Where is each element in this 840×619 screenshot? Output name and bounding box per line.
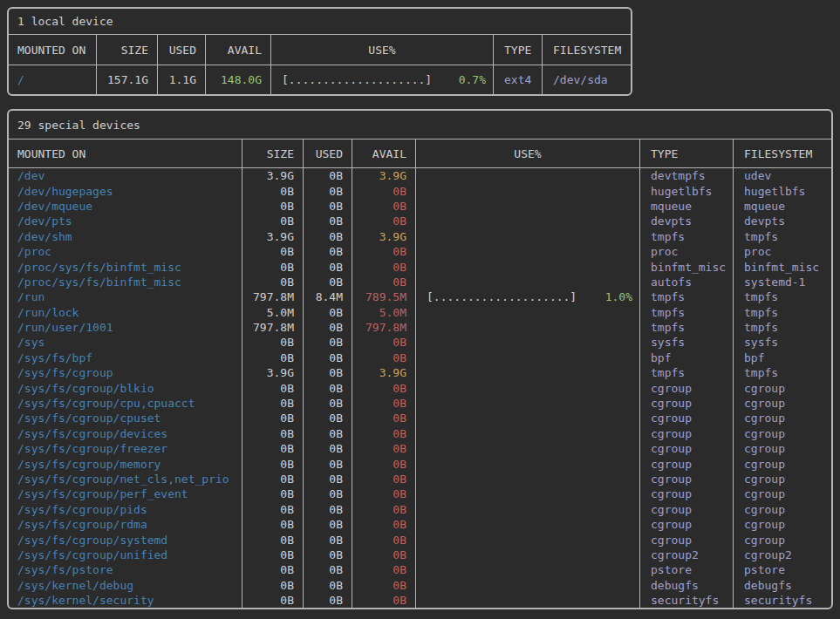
size-value: 0B (242, 396, 304, 411)
table-title-band: 1 local device (9, 9, 631, 35)
filesystem: binfmt_misc (734, 259, 831, 274)
used-value: 0B (304, 335, 352, 350)
filesystem: systemd-1 (734, 275, 831, 289)
used-value: 0B (304, 593, 352, 608)
column-header-fs: FILESYSTEM (543, 35, 631, 65)
mount-point: /sys/kernel/security (9, 593, 242, 608)
table-row: /run/user/1001797.8M0B797.8Mtmpfstmpfs (9, 320, 831, 335)
size-value: 0B (242, 411, 304, 425)
table-row: /sys/fs/cgroup/systemd0B0B0Bcgroupcgroup (9, 532, 831, 547)
size-value: 797.8M (242, 289, 304, 304)
size-value: 0B (242, 578, 304, 593)
used-value: 0B (304, 548, 352, 562)
used-value: 0B (304, 562, 352, 577)
mount-point: /sys/fs/pstore (9, 562, 242, 577)
column-header-used: USED (158, 35, 206, 65)
avail-value: 3.9G (352, 365, 416, 380)
avail-value: 0B (352, 578, 416, 593)
column-header-type: TYPE (640, 139, 734, 167)
usage-cell (416, 335, 640, 350)
usage-cell (416, 244, 640, 259)
usage-cell (416, 350, 640, 365)
filesystem: securityfs (734, 593, 831, 608)
usage-cell (416, 548, 640, 562)
filesystem: tmpfs (734, 305, 831, 320)
usage-cell (416, 365, 640, 380)
table-row: /proc0B0B0Bprocproc (9, 244, 831, 259)
mount-point: /dev/shm (9, 229, 242, 244)
filesystem: bpf (734, 350, 831, 365)
fs-type: cgroup (640, 426, 734, 441)
filesystem: tmpfs (734, 320, 831, 335)
mount-point: /sys/fs/cgroup/pids (9, 502, 242, 517)
table-row: /sys/fs/cgroup/devices0B0B0Bcgroupcgroup (9, 426, 831, 441)
usage-cell (416, 472, 640, 486)
filesystem: tmpfs (734, 289, 831, 304)
column-header-fs: FILESYSTEM (734, 139, 831, 167)
avail-value: 0B (352, 593, 416, 608)
usage-cell: [....................]0.7% (271, 65, 494, 94)
avail-value: 0B (352, 214, 416, 228)
used-value: 0B (304, 441, 352, 456)
filesystem: tmpfs (734, 365, 831, 380)
fs-type: cgroup2 (640, 548, 734, 562)
fs-type: tmpfs (640, 305, 734, 320)
mount-point: /sys/kernel/debug (9, 578, 242, 593)
used-value: 8.4M (304, 289, 352, 304)
avail-value: 0B (352, 259, 416, 274)
table-row: /sys/fs/cgroup/unified0B0B0Bcgroup2cgrou… (9, 548, 831, 562)
filesystem: cgroup (734, 411, 831, 425)
size-value: 0B (242, 199, 304, 214)
table-row: /dev3.9G0B3.9Gdevtmpfsudev (9, 168, 831, 183)
fs-type: cgroup (640, 441, 734, 456)
mount-point: /dev (9, 168, 242, 183)
table-row: /dev/hugepages0B0B0Bhugetlbfshugetlbfs (9, 183, 831, 198)
usage-cell (416, 380, 640, 395)
size-value: 0B (242, 441, 304, 456)
size-value: 0B (242, 548, 304, 562)
fs-type: cgroup (640, 380, 734, 395)
fs-type: autofs (640, 275, 734, 289)
filesystem: cgroup (734, 380, 831, 395)
avail-value: 0B (352, 548, 416, 562)
used-value: 0B (304, 183, 352, 198)
fs-type: debugfs (640, 578, 734, 593)
avail-value: 148.0G (206, 65, 271, 94)
table-header: MOUNTED ONSIZEUSEDAVAILUSE%TYPEFILESYSTE… (9, 35, 631, 65)
mount-point: /sys/fs/bpf (9, 350, 242, 365)
fs-type: mqueue (640, 199, 734, 214)
table-row: /sys/fs/cgroup/blkio0B0B0Bcgroupcgroup (9, 380, 831, 395)
size-value: 0B (242, 380, 304, 395)
used-value: 0B (304, 275, 352, 289)
filesystem: cgroup (734, 396, 831, 411)
table-title-band: 29 special devices (9, 111, 831, 139)
used-value: 0B (304, 532, 352, 547)
filesystem: tmpfs (734, 229, 831, 244)
column-header-mount: MOUNTED ON (9, 139, 242, 167)
mount-point: /sys/fs/cgroup/net_cls,net_prio (9, 472, 242, 486)
usage-cell (416, 411, 640, 425)
table-row: /sys/fs/bpf0B0B0Bbpfbpf (9, 350, 831, 365)
avail-value: 0B (352, 350, 416, 365)
local-devices-table: 1 local device MOUNTED ONSIZEUSEDAVAILUS… (7, 7, 632, 96)
column-header-size: SIZE (97, 35, 158, 65)
size-value: 0B (242, 350, 304, 365)
used-value: 0B (304, 411, 352, 425)
mount-point: /proc (9, 244, 242, 259)
fs-type: tmpfs (640, 229, 734, 244)
avail-value: 0B (352, 380, 416, 395)
fs-type: tmpfs (640, 289, 734, 304)
mount-point: /sys/fs/cgroup/cpu,cpuacct (9, 396, 242, 411)
fs-type: tmpfs (640, 320, 734, 335)
table-row: /run/lock5.0M0B5.0Mtmpfstmpfs (9, 305, 831, 320)
table-row: /sys/fs/cgroup/perf_event0B0B0Bcgroupcgr… (9, 486, 831, 501)
size-value: 0B (242, 183, 304, 198)
mount-point: /sys/fs/cgroup (9, 365, 242, 380)
usage-cell (416, 199, 640, 214)
avail-value: 0B (352, 183, 416, 198)
usage-cell (416, 456, 640, 471)
fs-type: hugetlbfs (640, 183, 734, 198)
mount-point: /proc/sys/fs/binfmt_misc (9, 259, 242, 274)
used-value: 0B (304, 456, 352, 471)
filesystem: cgroup (734, 532, 831, 547)
